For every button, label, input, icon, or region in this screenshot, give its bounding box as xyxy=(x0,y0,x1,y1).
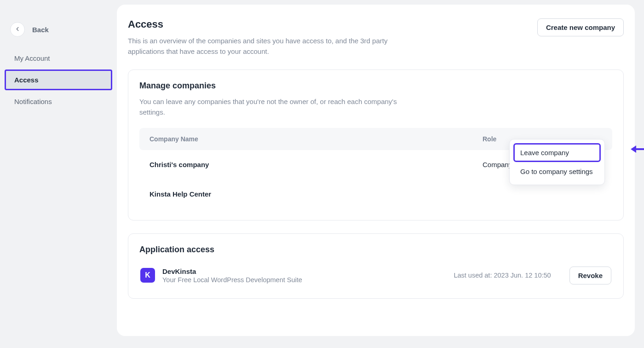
manage-companies-title: Manage companies xyxy=(139,81,612,91)
sidebar-item-access[interactable]: Access xyxy=(5,70,112,90)
app-description: Your Free Local WordPress Development Su… xyxy=(162,276,446,284)
page-header: Access This is an overview of the compan… xyxy=(128,18,624,57)
application-row: K DevKinsta Your Free Local WordPress De… xyxy=(139,264,612,287)
back-nav: Back xyxy=(5,22,112,48)
manage-companies-description: You can leave any companies that you're … xyxy=(139,96,406,118)
sidebar-item-notifications[interactable]: Notifications xyxy=(5,91,112,112)
app-icon: K xyxy=(140,268,155,283)
menu-company-settings[interactable]: Go to company settings xyxy=(513,162,601,181)
row-actions-menu: Leave company Go to company settings xyxy=(509,139,605,185)
arrow-left-head-icon xyxy=(631,145,636,153)
create-company-button[interactable]: Create new company xyxy=(537,18,624,36)
company-name-cell: Kinsta Help Center xyxy=(150,190,483,198)
col-company-name: Company Name xyxy=(150,135,483,143)
manage-companies-card: Manage companies You can leave any compa… xyxy=(128,70,624,220)
annotation-arrow xyxy=(631,145,644,153)
application-access-card: Application access K DevKinsta Your Free… xyxy=(128,233,624,299)
arrow-left-icon xyxy=(14,26,21,34)
page-title: Access xyxy=(128,18,413,30)
page-subtitle: This is an overview of the companies and… xyxy=(128,36,413,57)
back-label: Back xyxy=(32,26,49,34)
arrow-line xyxy=(636,148,644,150)
company-name-cell: Christi's company xyxy=(150,161,483,168)
application-access-title: Application access xyxy=(139,245,612,255)
back-button[interactable] xyxy=(10,22,25,37)
revoke-button[interactable]: Revoke xyxy=(569,267,611,284)
sidebar: Back My Account Access Notifications xyxy=(0,0,117,348)
main-panel: Access This is an overview of the compan… xyxy=(117,5,635,336)
sidebar-item-my-account[interactable]: My Account xyxy=(5,48,112,69)
menu-leave-company[interactable]: Leave company xyxy=(513,143,601,162)
app-icon-letter: K xyxy=(145,271,150,279)
app-last-used: Last used at: 2023 Jun. 12 10:50 xyxy=(454,272,551,279)
app-name: DevKinsta xyxy=(162,267,446,275)
